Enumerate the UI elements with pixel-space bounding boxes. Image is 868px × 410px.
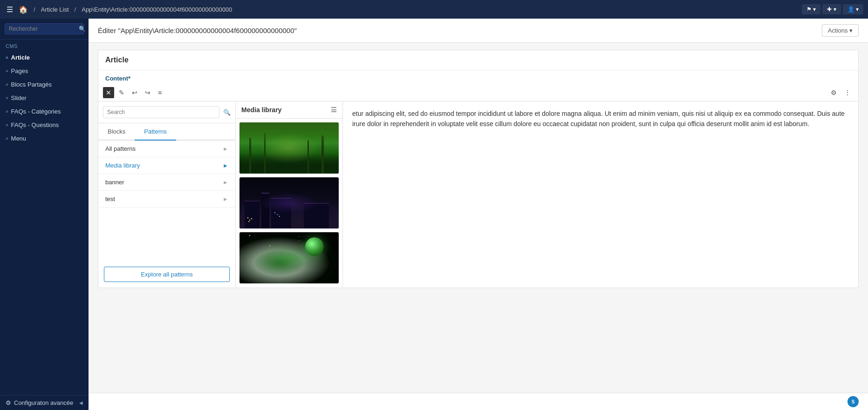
left-panel-search-wrapper: 🔍 [98,101,235,123]
footer-bar: S [89,393,868,410]
pattern-banner[interactable]: banner ► [98,174,235,191]
editor-card: Article Content* ✕ ✎ ↩ ↪ ≡ ⚙ ⋮ [98,50,859,288]
settings-icon-button[interactable]: ⚙ [828,87,840,98]
pattern-all[interactable]: All patterns ► [98,141,235,157]
hamburger-icon[interactable]: ☰ [5,3,15,16]
pattern-test-arrow: ► [223,196,228,202]
sidebar-label-faqs-cat: FAQs - Catégories [11,108,61,115]
content-area: Éditer "App\Entity\Article:0000000000000… [89,19,868,410]
redo-button[interactable]: ↪ [142,87,153,98]
undo-button[interactable]: ↩ [129,87,140,98]
panel-tabs: Blocks Patterns [98,123,235,141]
pattern-test-label: test [105,195,115,202]
text-content: etur adipiscing elit, sed do eiusmod tem… [343,101,858,288]
tab-patterns[interactable]: Patterns [135,123,176,141]
tab-blocks[interactable]: Blocks [98,123,135,141]
sidebar-section-cms: CMS [0,40,89,51]
pattern-test[interactable]: test ► [98,191,235,208]
sidebar-item-slider[interactable]: » Slider [0,91,89,105]
media-panel: Media library ☰ [236,101,343,288]
media-panel-header: Media library ☰ [236,101,342,119]
config-chevron-icon: ◀ [79,400,83,405]
page-title: Éditer "App\Entity\Article:0000000000000… [98,27,297,34]
block-search-icon: 🔍 [223,109,231,116]
sidebar-item-menu[interactable]: » Menu [0,132,89,145]
sidebar-label-pages: Pages [11,67,28,74]
arrow-icon-blocs: » [6,82,8,87]
media-panel-title: Media library [241,106,281,114]
pattern-banner-arrow: ► [223,179,228,186]
pattern-all-label: All patterns [105,145,136,152]
symfony-icon: S [847,396,859,407]
user-button[interactable]: 👤 ▾ [843,4,863,14]
media-item-space[interactable] [239,232,339,283]
sidebar-label-config: Configuraton avancée [14,399,73,406]
sidebar-item-faqs-cat[interactable]: » FAQs - Catégories [0,105,89,118]
sidebar-search-inner: 🔍 [5,23,84,34]
top-navbar: ☰ 🏠 / Article List / App\Entity\Article:… [0,0,868,19]
actions-button[interactable]: Actions ▾ [822,24,859,37]
media-item-city[interactable] [239,177,339,229]
pattern-list: All patterns ► Media library ► banner ► [98,141,235,261]
sidebar-item-faqs-q[interactable]: » FAQs - Questions [0,118,89,132]
navbar-right: ⚑ ▾ ✚ ▾ 👤 ▾ [802,4,863,14]
breadcrumb-sep-2: / [75,6,76,13]
block-search-input[interactable] [103,106,219,118]
media-grid [236,119,342,288]
pattern-banner-label: banner [105,179,124,186]
add-button[interactable]: ✚ ▾ [822,4,841,14]
flag-button[interactable]: ⚑ ▾ [802,4,820,14]
sidebar-label-blocs: Blocs Partagés [11,81,52,88]
list-button[interactable]: ≡ [155,87,164,98]
clear-button[interactable]: ✕ [103,87,114,98]
pattern-all-arrow: ► [223,146,228,152]
sidebar-search-input[interactable] [9,26,79,32]
page-header: Éditer "App\Entity\Article:0000000000000… [89,19,868,43]
main-layout: 🔍 CMS » Article » Pages » Blocs Partagés… [0,19,868,410]
arrow-icon-article: » [6,55,8,60]
left-panel: 🔍 Blocks Patterns All patterns ► [98,101,236,288]
explore-all-patterns-button[interactable]: Explore all patterns [104,267,230,282]
sidebar-item-pages[interactable]: » Pages [0,64,89,78]
breadcrumb-sep-1: / [34,6,35,13]
content-label: Content* [98,70,858,84]
media-item-forest[interactable] [239,122,339,174]
sidebar-label-article: Article [11,54,30,61]
more-options-button[interactable]: ⋮ [841,87,854,98]
toolbar-right: ⚙ ⋮ [828,87,854,98]
arrow-icon-pages: » [6,68,8,74]
breadcrumb-article-list[interactable]: Article List [41,6,69,13]
pattern-media-library[interactable]: Media library ► [98,157,235,174]
sidebar-item-config[interactable]: ⚙ Configuraton avancée ◀ [0,395,89,410]
sidebar: 🔍 CMS » Article » Pages » Blocs Partagés… [0,19,89,410]
pattern-media-label: Media library [105,162,140,169]
arrow-icon-faqs-cat: » [6,109,8,114]
sidebar-label-menu: Menu [11,135,27,142]
gear-icon: ⚙ [6,399,11,406]
editor-card-title: Article [98,50,858,70]
arrow-icon-slider: » [6,95,8,101]
arrow-icon-menu: » [6,136,8,141]
sidebar-label-slider: Slider [11,94,27,101]
breadcrumb-entity: App\Entity\Article:000000000000004f60000… [82,6,232,13]
editor-wrapper: Article Content* ✕ ✎ ↩ ↪ ≡ ⚙ ⋮ [89,43,868,393]
sidebar-item-blocs[interactable]: » Blocs Partagés [0,78,89,91]
article-body-text: etur adipiscing elit, sed do eiusmod tem… [352,108,849,129]
editor-main: 🔍 Blocks Patterns All patterns ► [98,101,858,288]
editor-toolbar: ✕ ✎ ↩ ↪ ≡ ⚙ ⋮ [98,84,858,101]
sidebar-search-icon: 🔍 [79,26,86,32]
edit-button[interactable]: ✎ [116,87,127,98]
home-icon[interactable]: 🏠 [19,5,28,14]
sidebar-item-article[interactable]: » Article [0,51,89,64]
pattern-media-arrow: ► [223,162,228,169]
sidebar-search-wrapper: 🔍 [0,19,89,40]
arrow-icon-faqs-q: » [6,122,8,128]
sidebar-label-faqs-q: FAQs - Questions [11,121,59,128]
filter-icon[interactable]: ☰ [331,106,337,114]
